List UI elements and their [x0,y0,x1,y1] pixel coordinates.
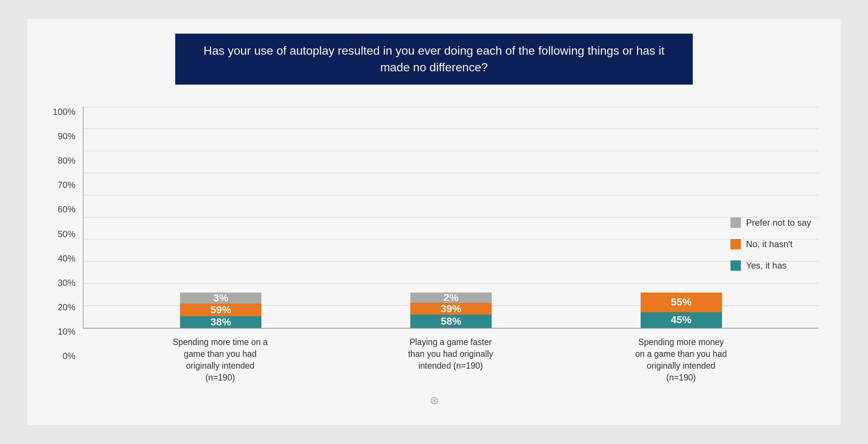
legend-item-yes: Yes, it has [730,260,811,271]
bar1-prefer-label: 3% [213,292,228,304]
legend: Prefer not to say No, it hasn't Yes, it … [730,218,811,271]
bar-group-1: 3% 59% 38% [173,293,269,328]
bar2-prefer-segment: 2% [410,293,492,303]
y-label-60: 60% [58,204,75,215]
bar3-no-label: 55% [671,296,692,308]
bar3-no-segment: 55% [641,293,722,312]
x-label-2: Playing a game faster than you had origi… [403,336,499,384]
legend-item-prefer: Prefer not to say [730,218,811,228]
bar2-no-segment: 39% [410,303,492,315]
stacked-bar-2: 2% 39% 58% [410,293,492,328]
chart-container: Has your use of autoplay resulted in you… [27,19,841,425]
x-label-3: Spending more money on a game than you h… [633,336,729,384]
x-label-1: Spending more time on a game than you ha… [172,336,268,384]
x-labels: Spending more time on a game than you ha… [83,336,818,384]
watermark-icon: ⊛ [430,394,439,407]
bar1-yes-segment: 38% [180,316,261,328]
legend-color-no [730,239,741,249]
legend-label-no: No, it hasn't [746,239,793,249]
bar2-yes-segment: 58% [410,315,492,328]
bar2-prefer-label: 2% [444,292,458,304]
grid-and-bars: 3% 59% 38% [83,107,818,329]
legend-color-prefer [730,218,741,228]
chart-title: Has your use of autoplay resulted in you… [175,34,693,85]
y-label-100: 100% [53,107,75,117]
bar1-no-label: 59% [210,304,231,316]
y-label-10: 10% [58,327,75,337]
legend-label-prefer: Prefer not to say [746,218,811,228]
y-label-20: 20% [58,302,75,312]
bar2-yes-label: 58% [441,315,461,327]
y-axis: 100% 90% 80% 70% 60% 50% 40% 30% 20% 10%… [50,107,83,384]
bar-group-3: 0 55% 45% [633,293,729,328]
bar3-yes-label: 45% [671,314,692,326]
y-label-30: 30% [58,278,75,288]
y-label-90: 90% [58,131,75,141]
bar1-yes-label: 38% [210,316,231,328]
legend-label-yes: Yes, it has [746,260,787,271]
y-label-70: 70% [58,180,75,190]
bar2-no-label: 39% [441,303,461,315]
y-label-0: 0% [62,351,75,361]
legend-color-yes [730,260,741,271]
bar1-no-segment: 59% [180,304,261,316]
chart-body: 100% 90% 80% 70% 60% 50% 40% 30% 20% 10%… [50,107,818,384]
bar1-prefer-segment: 3% [180,293,261,304]
bar3-yes-segment: 45% [641,312,722,328]
y-label-80: 80% [58,156,75,166]
bars-row: 3% 59% 38% [84,107,818,328]
y-label-40: 40% [58,253,75,264]
bar-group-2: 2% 39% 58% [403,293,499,328]
chart-plot-area: 3% 59% 38% [83,107,818,384]
stacked-bar-1: 3% 59% 38% [180,293,261,328]
stacked-bar-3: 0 55% 45% [641,293,722,328]
legend-item-no: No, it hasn't [730,239,811,249]
y-label-50: 50% [58,229,75,239]
